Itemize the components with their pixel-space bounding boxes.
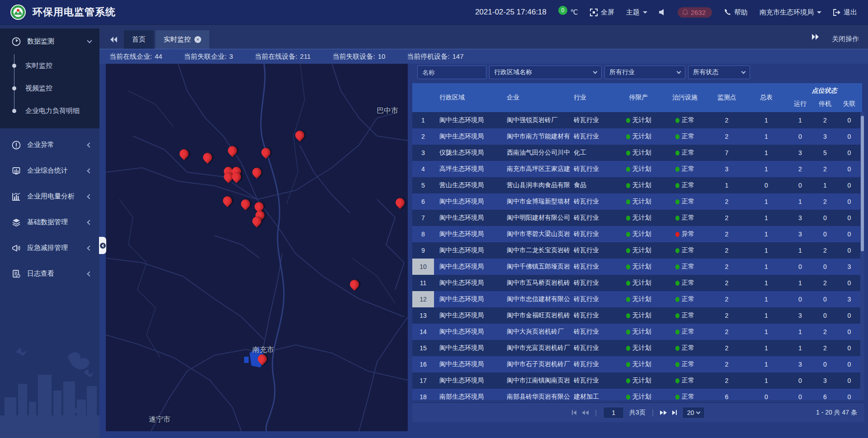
fullscreen-button[interactable]: 全屏 [590, 8, 614, 17]
cell-treatment: 正常 [662, 291, 708, 307]
header-toolbar: 2021-02-25 17:46:18 0 ℃ 全屏 主题 [475, 7, 868, 18]
table-row[interactable]: 10阆中生态环境局阆中千佛镇五郎垭页岩砖瓦行业无计划正常21003 [412, 259, 862, 275]
notification-badge[interactable]: 2632 [678, 7, 712, 18]
cell-stop: 0 [814, 210, 836, 226]
cell-production: 无计划 [615, 324, 662, 340]
table-row[interactable]: 14阆中生态环境局阆中大兴页岩机砖厂砖瓦行业无计划正常21120 [412, 324, 862, 340]
sidebar-item-power-load-detail[interactable]: 企业电力负荷明细 [0, 99, 99, 122]
cell-enterprise: 阆中市石子页岩机砖厂 [504, 356, 572, 372]
cell-production: 无计划 [615, 291, 662, 307]
tab-home[interactable]: 首页 [124, 30, 154, 49]
region-filter-select[interactable]: 行政区域名称 [489, 66, 602, 79]
cell-industry: 食品 [572, 177, 615, 193]
cell-production: 无计划 [615, 259, 662, 275]
cell-meter: 0 [746, 389, 787, 400]
table-row[interactable]: 13阆中生态环境局阆中市金福旺页岩机砖砖瓦行业无计划正常21300 [412, 307, 862, 324]
status-dot-icon [626, 313, 630, 318]
help-button[interactable]: 帮助 [724, 8, 748, 17]
cell-region: 阆中生态环境局 [434, 340, 504, 356]
cell-production: 无计划 [615, 177, 662, 193]
close-operations-button[interactable]: 关闭操作 [824, 35, 862, 49]
map-canvas[interactable]: 巴中市南充市遂宁市 [106, 64, 408, 431]
table-row[interactable]: 17阆中生态环境局阆中市江南镇阆南页岩砖瓦行业无计划正常21030 [412, 372, 862, 389]
sidebar-item-video-monitoring[interactable]: 视频监控 [0, 77, 99, 99]
next-page-button[interactable] [660, 410, 667, 415]
sidebar-item-power-usage-analysis[interactable]: 企业用电量分析 [0, 184, 99, 209]
status-dot-icon [626, 297, 630, 302]
cell-index: 12 [412, 291, 434, 307]
cell-stop: 5 [814, 145, 836, 161]
layers-icon [12, 218, 21, 227]
table-row[interactable]: 11阆中生态环境局阆中市五马桥页岩机砖砖瓦行业无计划正常21120 [412, 275, 862, 291]
status-dot-icon [626, 183, 630, 188]
industry-filter-select[interactable]: 所有行业 [604, 66, 685, 79]
sidebar-item-log-view[interactable]: 日志查看 [0, 261, 99, 287]
cell-treatment: 正常 [662, 112, 708, 128]
map-city-label: 巴中市 [377, 106, 398, 116]
sidebar-item-realtime-monitoring[interactable]: 实时监控 [0, 54, 99, 77]
cell-industry: 砖瓦行业 [572, 356, 615, 372]
cell-run: 1 [787, 275, 814, 291]
cell-industry: 砖瓦行业 [572, 372, 615, 389]
logout-button[interactable]: 退出 [833, 8, 857, 17]
status-dot-icon [675, 183, 679, 188]
chevron-down-icon [87, 38, 92, 43]
volume-button[interactable] [659, 9, 666, 15]
pagination-bar: | 共3页 | 20 1 - 20 共 47 条 [412, 402, 864, 422]
sidebar-collapse-button[interactable] [99, 237, 106, 254]
cell-industry: 砖瓦行业 [572, 291, 615, 307]
page-size-select[interactable]: 20 [682, 407, 705, 419]
last-page-button[interactable] [672, 410, 677, 415]
cell-enterprise: 阆中市光富页岩机砖厂 [504, 340, 572, 356]
sidebar-item-data-monitoring[interactable]: 数据监测 [0, 28, 99, 54]
pagination-controls: | 共3页 | 20 [572, 407, 705, 419]
tab-realtime-monitoring[interactable]: 实时监控 × [156, 30, 209, 49]
cell-lost: 0 [836, 275, 862, 291]
theme-menu[interactable]: 主题 [626, 8, 647, 17]
table-row[interactable]: 8阆中生态环境局阆中市枣碧大梁山页岩砖瓦行业无计划异常21300 [412, 226, 862, 242]
table-row[interactable]: 3仪陇生态环境局西南油气田分公司川中化工无计划正常71350 [412, 145, 862, 161]
table-scrollbar[interactable] [860, 112, 864, 400]
scrollbar-thumb[interactable] [861, 116, 864, 251]
tabs-scroll-left-button[interactable] [106, 30, 122, 49]
sidebar-item-emergency-reduction[interactable]: 应急减排管理 [0, 235, 99, 261]
org-menu[interactable]: 南充市生态环境局 [760, 8, 821, 17]
sidebar-item-label: 基础数据管理 [27, 218, 81, 226]
cell-industry: 砖瓦行业 [572, 275, 615, 291]
table-row[interactable]: 9阆中生态环境局阆中市二龙长宝页岩砖砖瓦行业无计划正常21120 [412, 242, 862, 259]
region-filter-value: 行政区域名称 [494, 68, 532, 76]
table-row[interactable]: 18南部生态环境局南部县砖华页岩有限公建材加工无计划正常60060 [412, 389, 862, 400]
table-row[interactable]: 7阆中生态环境局阆中明阳建材有限公司砖瓦行业无计划正常21300 [412, 210, 862, 226]
sidebar-item-enterprise-anomaly[interactable]: 企业异常 [0, 132, 99, 158]
table-row[interactable]: 1阆中生态环境局阆中强锐页岩砖厂砖瓦行业无计划正常21120 [412, 112, 862, 128]
cell-lost: 0 [836, 242, 862, 259]
tabs-scroll-right-button[interactable] [807, 30, 824, 49]
table-row[interactable]: 2阆中生态环境局阆中市南方节能建材有砖瓦行业无计划正常21030 [412, 128, 862, 145]
name-filter-input[interactable] [417, 66, 486, 79]
table-row[interactable]: 12阆中生态环境局阆中市忠信建材有限公砖瓦行业无计划正常21003 [412, 291, 862, 307]
table-row[interactable]: 6阆中生态环境局阆中市金博瑞新型墙材砖瓦行业无计划正常21120 [412, 193, 862, 210]
status-dot-icon [675, 346, 679, 351]
table-row[interactable]: 5营山生态环境局营山县润丰肉食品有限食品无计划正常10010 [412, 177, 862, 193]
first-page-button[interactable] [572, 410, 576, 415]
cell-industry: 化工 [572, 145, 615, 161]
cell-monitor: 2 [708, 210, 746, 226]
table-row[interactable]: 16阆中生态环境局阆中市石子页岩机砖厂砖瓦行业无计划正常21300 [412, 356, 862, 372]
sidebar: 数据监测 实时监控 视频监控 企业电力负荷明细 [0, 25, 99, 438]
sidebar-item-enterprise-statistics[interactable]: 企业综合统计 [0, 158, 99, 184]
cell-monitor: 2 [708, 340, 746, 356]
cell-meter: 1 [746, 291, 787, 307]
cell-region: 阆中生态环境局 [434, 356, 504, 372]
sidebar-item-base-data-management[interactable]: 基础数据管理 [0, 209, 99, 235]
previous-page-button[interactable] [582, 410, 589, 415]
stat-value: 10 [378, 52, 386, 61]
page-number-input[interactable] [603, 407, 624, 419]
cell-stop: 2 [814, 324, 836, 340]
close-icon[interactable]: × [194, 36, 201, 43]
status-filter-select[interactable]: 所有状态 [688, 66, 750, 79]
cell-enterprise: 西南油气田分公司川中 [504, 145, 572, 161]
table-row[interactable]: 15阆中生态环境局阆中市光富页岩机砖厂砖瓦行业无计划正常21120 [412, 340, 862, 356]
cell-stop: 2 [814, 275, 836, 291]
table-row[interactable]: 4高坪生态环境局南充市高坪区王家店建砖瓦行业无计划正常31220 [412, 161, 862, 177]
sidebar-item-label: 企业综合统计 [27, 166, 81, 175]
